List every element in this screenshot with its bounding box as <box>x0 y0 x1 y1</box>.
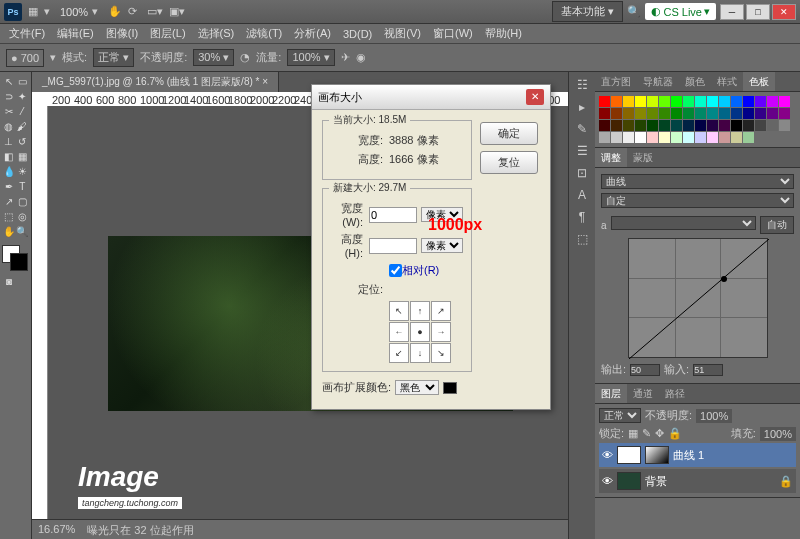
reset-button[interactable]: 复位 <box>480 151 538 174</box>
swatch[interactable] <box>599 96 610 107</box>
auto-button[interactable]: 自动 <box>760 216 794 234</box>
swatch[interactable] <box>599 132 610 143</box>
swatch[interactable] <box>647 120 658 131</box>
swatches-grid[interactable] <box>595 92 800 147</box>
stamp-tool[interactable]: ⊥ <box>2 134 16 148</box>
swatch[interactable] <box>695 96 706 107</box>
menu-layer[interactable]: 图层(L) <box>145 24 190 43</box>
ext-color-select[interactable]: 黑色 <box>395 380 439 395</box>
curves-graph[interactable] <box>628 238 768 358</box>
quickmask-tool[interactable]: ◙ <box>2 274 16 288</box>
heal-tool[interactable]: ◍ <box>2 119 16 133</box>
dialog-close-button[interactable]: ✕ <box>526 89 544 105</box>
brush-panel-icon[interactable]: ▾ <box>50 51 56 64</box>
swatch[interactable] <box>659 132 670 143</box>
blend-mode-select[interactable]: 正常 ▾ <box>93 48 134 67</box>
pen-tool[interactable]: ✒ <box>2 179 16 193</box>
swatch[interactable] <box>695 132 706 143</box>
visibility-icon[interactable]: 👁 <box>602 475 613 487</box>
panel-icon-mask[interactable]: ⬚ <box>573 232 591 246</box>
swatch[interactable] <box>611 108 622 119</box>
lasso-tool[interactable]: ⊃ <box>2 89 16 103</box>
lock-move-icon[interactable]: ✥ <box>655 427 664 440</box>
gradient-tool[interactable]: ▦ <box>16 149 30 163</box>
relative-checkbox[interactable] <box>389 264 402 277</box>
swatch[interactable] <box>731 132 742 143</box>
swatch[interactable] <box>719 132 730 143</box>
swatch[interactable] <box>719 96 730 107</box>
mini-bridge-icon[interactable]: ▾ <box>44 5 50 18</box>
swatch[interactable] <box>647 96 658 107</box>
panel-icon-brush[interactable]: ✎ <box>573 122 591 136</box>
swatch[interactable] <box>731 108 742 119</box>
zoom-dropdown-icon[interactable]: ▾ <box>92 5 98 18</box>
swatch[interactable] <box>659 96 670 107</box>
tab-navigator[interactable]: 导航器 <box>637 72 679 91</box>
menu-help[interactable]: 帮助(H) <box>480 24 527 43</box>
type-tool[interactable]: T <box>16 179 30 193</box>
status-zoom[interactable]: 16.67% <box>38 523 75 536</box>
blur-tool[interactable]: 💧 <box>2 164 16 178</box>
swatch[interactable] <box>707 108 718 119</box>
menu-window[interactable]: 窗口(W) <box>428 24 478 43</box>
tab-styles[interactable]: 样式 <box>711 72 743 91</box>
eraser-tool[interactable]: ◧ <box>2 149 16 163</box>
swatch[interactable] <box>743 132 754 143</box>
layer-background[interactable]: 👁 背景 🔒 <box>599 469 796 493</box>
panel-icon-history[interactable]: ☷ <box>573 78 591 92</box>
menu-select[interactable]: 选择(S) <box>193 24 240 43</box>
swatch[interactable] <box>599 108 610 119</box>
panel-icon-para[interactable]: ¶ <box>573 210 591 224</box>
menu-file[interactable]: 文件(F) <box>4 24 50 43</box>
menu-edit[interactable]: 编辑(E) <box>52 24 99 43</box>
brush-tool[interactable]: 🖌 <box>16 119 30 133</box>
swatch[interactable] <box>767 120 778 131</box>
swatch[interactable] <box>707 120 718 131</box>
swatch[interactable] <box>647 108 658 119</box>
swatch[interactable] <box>719 108 730 119</box>
workspace-switcher[interactable]: 基本功能 ▾ <box>552 1 623 22</box>
maximize-button[interactable]: □ <box>746 4 770 20</box>
curves-custom-select[interactable]: 自定 <box>601 193 794 208</box>
input-input[interactable] <box>693 364 723 376</box>
history-brush-tool[interactable]: ↺ <box>16 134 30 148</box>
swatch[interactable] <box>683 108 694 119</box>
ok-button[interactable]: 确定 <box>480 122 538 145</box>
tab-paths[interactable]: 路径 <box>659 384 691 403</box>
wand-tool[interactable]: ✦ <box>16 89 30 103</box>
search-icon[interactable]: 🔍 <box>627 5 641 18</box>
swatch[interactable] <box>671 132 682 143</box>
swatch[interactable] <box>779 120 790 131</box>
curves-preset-select[interactable]: 曲线 <box>601 174 794 189</box>
brush-preview[interactable]: ● 700 <box>6 49 44 67</box>
rotate-icon[interactable]: ⟳ <box>128 5 137 18</box>
swatch[interactable] <box>671 96 682 107</box>
new-width-input[interactable] <box>369 207 417 223</box>
move-tool[interactable]: ↖ <box>2 74 16 88</box>
close-button[interactable]: ✕ <box>772 4 796 20</box>
swatch[interactable] <box>599 120 610 131</box>
swatch[interactable] <box>767 96 778 107</box>
minimize-button[interactable]: ─ <box>720 4 744 20</box>
height-unit-select[interactable]: 像素 <box>421 238 463 253</box>
flow-input[interactable]: 100% ▾ <box>287 49 334 66</box>
output-input[interactable] <box>630 364 660 376</box>
zoom-display[interactable]: 100% <box>60 6 88 18</box>
panel-icon-clone[interactable]: ⊡ <box>573 166 591 180</box>
marquee-tool[interactable]: ▭ <box>16 74 30 88</box>
swatch[interactable] <box>611 96 622 107</box>
swatch[interactable] <box>779 96 790 107</box>
crop-tool[interactable]: ✂ <box>2 104 16 118</box>
tab-layers[interactable]: 图层 <box>595 384 627 403</box>
menu-analysis[interactable]: 分析(A) <box>289 24 336 43</box>
menu-3d[interactable]: 3D(D) <box>338 26 377 42</box>
document-tab[interactable]: _MG_5997(1).jpg @ 16.7% (曲线 1 图层蒙版/8) * … <box>32 72 279 92</box>
swatch[interactable] <box>683 96 694 107</box>
swatch[interactable] <box>611 120 622 131</box>
color-picker[interactable] <box>2 245 30 273</box>
panel-icon-brushpreset[interactable]: ☰ <box>573 144 591 158</box>
swatch[interactable] <box>623 132 634 143</box>
swatch[interactable] <box>755 108 766 119</box>
swatch[interactable] <box>623 96 634 107</box>
swatch[interactable] <box>635 120 646 131</box>
